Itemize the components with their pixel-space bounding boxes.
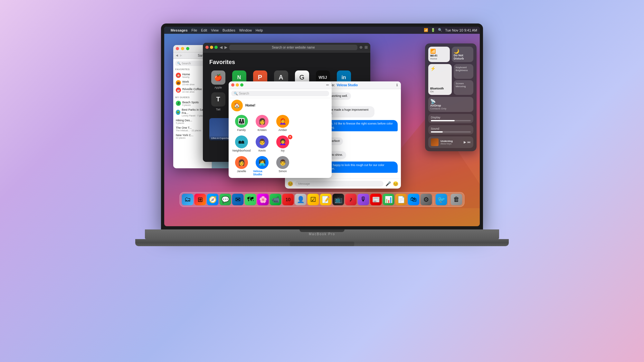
dock-finder[interactable]: 🗂 bbox=[182, 194, 194, 205]
maps-close-button[interactable] bbox=[176, 47, 179, 50]
dock-launchpad[interactable]: ⊞ bbox=[194, 194, 206, 205]
cc-song-artist: Alicia Keys bbox=[440, 143, 462, 145]
safari-forward-button[interactable]: ▶ bbox=[224, 45, 227, 50]
safari-share-button[interactable]: ⊕ bbox=[359, 45, 363, 50]
dock-calendar[interactable]: 10 bbox=[282, 194, 294, 205]
dock-safari[interactable]: 🧭 bbox=[207, 194, 219, 205]
menubar-left: Messages File Edit View Buddies Window H… bbox=[167, 28, 263, 32]
menubar-buddies[interactable]: Buddies bbox=[223, 28, 235, 32]
safari-maximize-button[interactable] bbox=[214, 46, 218, 49]
dock-twitter[interactable]: 🐦 bbox=[436, 194, 447, 205]
chat-input-field[interactable]: Message bbox=[295, 181, 384, 187]
cc-bluetooth-tile[interactable]: ⚡ Bluetooth On bbox=[428, 64, 452, 95]
dock-reminders[interactable]: ☑ bbox=[308, 194, 319, 205]
cc-play-button[interactable]: ▶ bbox=[464, 140, 466, 144]
messages-maximize-button[interactable] bbox=[240, 83, 243, 87]
maps-work-sub: 23 min drive bbox=[182, 83, 194, 86]
cc-airdrop-tile[interactable]: 📡 AirDrop Contacts Only bbox=[428, 97, 473, 112]
chat-send-button[interactable]: 😊 bbox=[393, 181, 398, 186]
menubar-wifi-icon[interactable]: 📶 bbox=[424, 28, 428, 32]
cc-display-slider[interactable] bbox=[431, 120, 471, 121]
dock-sysprefs[interactable]: ⚙ bbox=[421, 194, 432, 205]
safari-toolbar: ◀ ▶ Search or enter website name ⊕ ⊞ bbox=[203, 43, 370, 52]
dock-facetime[interactable]: 📹 bbox=[270, 194, 281, 205]
dock-tv[interactable]: 📺 bbox=[333, 194, 344, 205]
cc-sound-slider[interactable] bbox=[431, 131, 471, 133]
chat-emoji-button[interactable]: 😊 bbox=[288, 181, 293, 186]
contact-amber[interactable]: 👩‍🦰 Amber bbox=[272, 114, 293, 133]
maps-parks-icon: 🌳 bbox=[176, 110, 180, 115]
maps-search-placeholder: Search bbox=[182, 62, 191, 65]
cc-wifi-tile[interactable]: 📶 Wi-Fi Home bbox=[428, 47, 450, 62]
maps-hiking-sub: 5 places bbox=[176, 122, 192, 124]
dock-news[interactable]: 📰 bbox=[370, 194, 382, 205]
maps-onet-sub: The Infatuat... · 22 places bbox=[176, 129, 201, 132]
cc-screen-mirror-tile[interactable]: Screen Mirroring bbox=[454, 80, 473, 95]
control-center-panel[interactable]: 📶 Wi-Fi Home 🌙 Do Not Disturb bbox=[425, 43, 477, 151]
contact-name-home: Home! bbox=[245, 104, 329, 107]
dock-appstore[interactable]: 🛍 bbox=[408, 194, 420, 205]
cc-song-title: Underdog bbox=[440, 140, 462, 143]
menubar-battery-icon[interactable]: 🔋 bbox=[431, 28, 435, 32]
contact-neighborhood[interactable]: 🏘 Neighborhood bbox=[231, 134, 252, 153]
maps-work-icon: 💼 bbox=[176, 80, 181, 85]
menubar-view[interactable]: View bbox=[211, 28, 219, 32]
messages-contact-list: 🏠 Home! 👨‍👩‍👧 Family 👩 bbox=[229, 98, 332, 178]
safari-back-button[interactable]: ◀ bbox=[220, 45, 223, 50]
menubar-file[interactable]: File bbox=[192, 28, 197, 32]
maps-minimize-button[interactable] bbox=[181, 47, 184, 50]
cc-airdrop-label: AirDrop bbox=[430, 104, 471, 107]
cc-dnd-icon: 🌙 bbox=[454, 49, 471, 54]
contact-simon[interactable]: 👨 Simon bbox=[272, 155, 293, 177]
cc-skip-button[interactable]: ⏭ bbox=[468, 140, 471, 144]
safari-tabs-button[interactable]: ⊞ bbox=[365, 45, 368, 50]
messages-minimize-button[interactable] bbox=[236, 83, 239, 87]
contact-name-neighborhood: Neighborhood bbox=[232, 149, 251, 152]
menubar-search-icon[interactable]: 🔍 bbox=[438, 28, 442, 32]
dock-pages[interactable]: 📄 bbox=[395, 194, 407, 205]
messages-contact-home[interactable]: 🏠 Home! bbox=[229, 98, 332, 113]
dock-music[interactable]: ♪ bbox=[345, 194, 357, 205]
menubar-app-name[interactable]: Messages bbox=[171, 28, 188, 32]
cc-bluetooth-icon: ⚡ bbox=[430, 66, 450, 71]
safari-url-bar[interactable]: Search or enter website name bbox=[229, 45, 357, 50]
messages-window[interactable]: ✏ 🔍 Search 🏠 Home! bbox=[229, 81, 332, 178]
cc-song-info: Underdog Alicia Keys bbox=[440, 140, 462, 145]
fav-apple[interactable]: 🍎 Apple bbox=[209, 70, 227, 89]
dock: 🗂 ⊞ 🧭 💬 ✉ 🗺 🌸 📹 10 👤 ☑ 📝 📺 ♪ 🎙 📰 bbox=[180, 192, 465, 207]
dock-trash[interactable]: 🗑 bbox=[451, 194, 462, 205]
dock-maps[interactable]: 🗺 bbox=[245, 194, 256, 205]
fav-tait[interactable]: T Tait bbox=[209, 92, 227, 114]
messages-search-box[interactable]: 🔍 Search bbox=[231, 91, 329, 96]
cc-keyboard-tile[interactable]: Keyboard Brightness bbox=[454, 64, 473, 79]
maps-maximize-button[interactable] bbox=[186, 47, 189, 50]
contact-velosa[interactable]: 👩‍💻 Velosa Studio bbox=[252, 155, 272, 177]
safari-minimize-button[interactable] bbox=[210, 46, 213, 49]
dock-notes[interactable]: 📝 bbox=[320, 194, 332, 205]
maps-nyc-name: New York C... bbox=[176, 134, 194, 137]
messages-compose-button[interactable]: ✏ bbox=[326, 83, 329, 87]
dock-photos[interactable]: 🌸 bbox=[257, 194, 269, 205]
dock-podcasts[interactable]: 🎙 bbox=[358, 194, 369, 205]
contact-name-janelle: Janelle bbox=[237, 170, 246, 173]
contact-ivy[interactable]: 👩‍🦱 ♥ Ivy bbox=[272, 134, 293, 153]
dock-numbers[interactable]: 📊 bbox=[383, 194, 394, 205]
cc-dnd-tile[interactable]: 🌙 Do Not Disturb bbox=[452, 47, 473, 62]
chat-detail-button[interactable]: ℹ bbox=[396, 83, 398, 87]
contact-avatar-kevin: 👨 bbox=[256, 135, 269, 148]
desktop: ◀ ▶ San Francisco - California, US 0.25 … bbox=[164, 34, 480, 208]
dock-messages[interactable]: 💬 bbox=[220, 194, 231, 205]
menubar-help[interactable]: Help bbox=[256, 28, 263, 32]
contact-family[interactable]: 👨‍👩‍👧 Family bbox=[231, 114, 252, 133]
contact-janelle[interactable]: 👩 Janelle bbox=[231, 155, 252, 177]
safari-close-button[interactable] bbox=[205, 46, 209, 49]
dock-mail[interactable]: ✉ bbox=[232, 194, 244, 205]
menubar-edit[interactable]: Edit bbox=[201, 28, 207, 32]
messages-close-button[interactable] bbox=[231, 83, 234, 87]
macbook-trackpad[interactable] bbox=[290, 242, 354, 246]
contact-kevin[interactable]: 👨 Kevin bbox=[252, 134, 272, 153]
chat-audio-button[interactable]: 🎤 bbox=[385, 181, 391, 186]
menubar-window[interactable]: Window bbox=[239, 28, 252, 32]
dock-contacts[interactable]: 👤 bbox=[295, 194, 307, 205]
contact-kristen[interactable]: 👩 Kristen bbox=[252, 114, 272, 133]
